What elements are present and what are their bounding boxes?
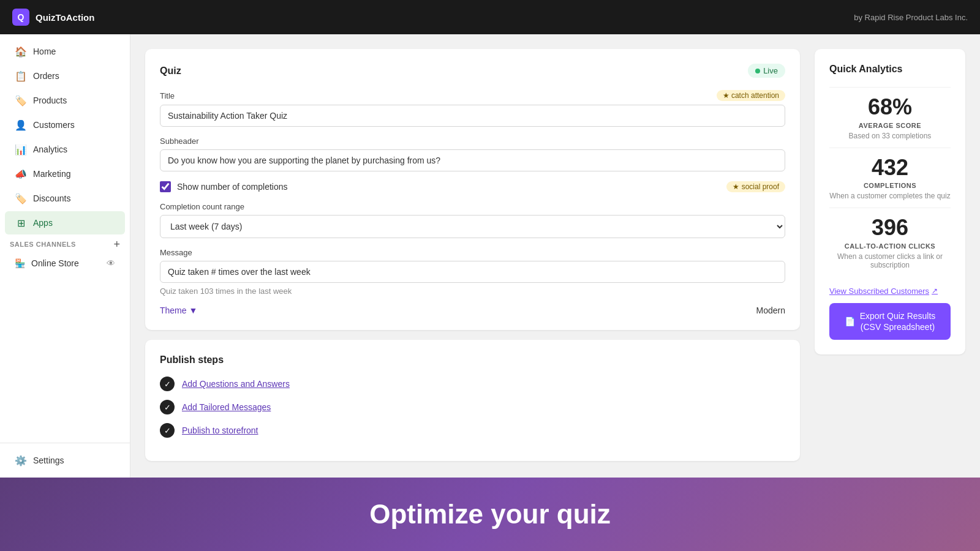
completions-stat: 432 COMPLETIONS When a customer complete… <box>829 148 951 208</box>
external-link-icon: ↗ <box>932 287 938 295</box>
completions-label: COMPLETIONS <box>829 182 951 189</box>
sidebar-item-marketing[interactable]: 📣 Marketing <box>5 162 125 186</box>
title-label-row: Title ★ catch attention <box>160 90 785 101</box>
topbar-logo: Q QuizToAction <box>12 9 94 26</box>
title-group: Title ★ catch attention <box>160 90 785 127</box>
home-icon: 🏠 <box>15 45 27 58</box>
sidebar-item-home[interactable]: 🏠 Home <box>5 40 125 63</box>
average-score-desc: Based on 33 completions <box>829 132 951 140</box>
show-completions-row: Show number of completions ★ social proo… <box>160 181 785 192</box>
discounts-icon: 🏷️ <box>15 192 27 204</box>
sidebar-item-discounts[interactable]: 🏷️ Discounts <box>5 187 125 210</box>
theme-link[interactable]: Theme ▼ <box>160 305 197 315</box>
app-logo-icon: Q <box>12 9 29 26</box>
sidebar-item-products[interactable]: 🏷️ Products <box>5 89 125 112</box>
store-icon: 🏪 <box>15 258 25 268</box>
sidebar-item-orders[interactable]: 📋 Orders <box>5 64 125 88</box>
subheader-label-row: Subheader <box>160 137 785 146</box>
message-input[interactable] <box>160 261 785 283</box>
publish-steps-title: Publish steps <box>160 354 785 365</box>
quiz-card: Quiz Live Title ★ catch attention Subhea… <box>145 49 800 330</box>
export-button[interactable]: 📄 Export Quiz Results (CSV Spreadsheet) <box>829 303 951 340</box>
eye-icon: 👁 <box>107 258 115 268</box>
step-check-questions: ✓ <box>160 377 175 391</box>
sidebar-item-label: Customers <box>33 120 75 130</box>
cta-clicks-label: CALL-TO-ACTION CLICKS <box>829 242 951 250</box>
completions-desc: When a customer completes the quiz <box>829 192 951 200</box>
sidebar-item-label: Products <box>33 96 67 105</box>
sidebar-item-label: Discounts <box>33 193 70 203</box>
show-completions-checkbox[interactable] <box>160 181 171 192</box>
chevron-down-icon: ▼ <box>189 305 198 315</box>
step-link-messages[interactable]: Add Tailored Messages <box>182 402 271 412</box>
completion-range-label-row: Completion count range <box>160 202 785 211</box>
publish-step-messages: ✓ Add Tailored Messages <box>160 400 785 414</box>
add-sales-channel-button[interactable]: + <box>113 239 120 250</box>
orders-icon: 📋 <box>15 70 27 82</box>
average-score-number: 68% <box>829 95 951 119</box>
sidebar-item-label: Orders <box>33 71 59 81</box>
live-badge-label: Live <box>763 66 778 75</box>
step-check-publish: ✓ <box>160 423 175 438</box>
bottom-banner-text: Optimize your quiz <box>369 499 611 530</box>
marketing-icon: 📣 <box>15 168 27 180</box>
social-proof-badge: ★ social proof <box>726 181 785 192</box>
sidebar: 🏠 Home 📋 Orders 🏷️ Products 👤 Customers … <box>0 34 130 478</box>
live-dot <box>755 69 760 73</box>
step-link-questions[interactable]: Add Questions and Answers <box>182 379 290 389</box>
completion-range-select[interactable]: Last week (7 days) Last month (30 days) … <box>160 215 785 238</box>
theme-value: Modern <box>756 305 785 315</box>
subheader-group: Subheader <box>160 137 785 171</box>
step-link-publish[interactable]: Publish to storefront <box>182 425 258 435</box>
sales-channels-label: SALES CHANNELS <box>10 241 76 248</box>
publish-step-publish: ✓ Publish to storefront <box>160 423 785 438</box>
sidebar-item-apps[interactable]: ⊞ Apps <box>5 211 125 234</box>
step-check-messages: ✓ <box>160 400 175 414</box>
title-label: Title <box>160 91 175 100</box>
message-hint: Quiz taken 103 times in the last week <box>160 287 785 296</box>
message-label: Message <box>160 248 192 257</box>
sidebar-item-label: Home <box>33 47 56 56</box>
sidebar-item-customers[interactable]: 👤 Customers <box>5 113 125 137</box>
products-icon: 🏷️ <box>15 94 27 107</box>
cta-clicks-number: 396 <box>829 216 951 240</box>
sidebar-item-online-store[interactable]: 🏪 Online Store 👁 <box>5 253 125 274</box>
apps-icon: ⊞ <box>15 217 27 229</box>
quiz-section-title: Quiz <box>160 66 181 77</box>
analytics-icon: 📊 <box>15 143 27 156</box>
online-store-label: Online Store <box>31 258 79 268</box>
completions-number: 432 <box>829 156 951 180</box>
topbar-byline: by Rapid Rise Product Labs Inc. <box>854 13 968 22</box>
completion-range-label: Completion count range <box>160 202 244 211</box>
export-icon: 📄 <box>845 316 855 327</box>
theme-row: Theme ▼ Modern <box>160 305 785 315</box>
subheader-label: Subheader <box>160 137 199 146</box>
average-score-stat: 68% AVERAGE SCORE Based on 33 completion… <box>829 87 951 148</box>
sidebar-bottom: ⚙️ Settings <box>0 443 130 473</box>
analytics-card: Quick Analytics 68% AVERAGE SCORE Based … <box>815 49 965 354</box>
show-completions-text: Show number of completions <box>177 182 288 192</box>
content-area: Quiz Live Title ★ catch attention Subhea… <box>130 34 815 478</box>
app-name: QuizToAction <box>36 12 94 23</box>
theme-label: Theme <box>160 305 187 315</box>
quiz-card-header: Quiz Live <box>160 64 785 78</box>
cta-clicks-desc: When a customer clicks a link or subscri… <box>829 252 951 269</box>
cta-clicks-stat: 396 CALL-TO-ACTION CLICKS When a custome… <box>829 208 951 277</box>
show-completions-label[interactable]: Show number of completions <box>160 181 288 192</box>
catch-attention-badge: ★ catch attention <box>717 90 785 101</box>
view-customers-label: View Subscribed Customers <box>829 287 929 296</box>
sidebar-item-settings[interactable]: ⚙️ Settings <box>5 449 125 472</box>
sidebar-item-label: Marketing <box>33 169 70 179</box>
right-panel: Quick Analytics 68% AVERAGE SCORE Based … <box>815 34 980 478</box>
bottom-banner: Optimize your quiz <box>0 478 980 551</box>
analytics-title: Quick Analytics <box>829 64 951 75</box>
settings-icon: ⚙️ <box>15 454 27 467</box>
sidebar-item-label: Apps <box>33 218 53 228</box>
subheader-input[interactable] <box>160 149 785 171</box>
view-customers-link[interactable]: View Subscribed Customers ↗ <box>829 287 951 296</box>
sidebar-item-analytics[interactable]: 📊 Analytics <box>5 138 125 161</box>
sidebar-item-label: Analytics <box>33 144 67 154</box>
main-layout: 🏠 Home 📋 Orders 🏷️ Products 👤 Customers … <box>0 34 980 478</box>
title-input[interactable] <box>160 105 785 127</box>
export-button-label: Export Quiz Results (CSV Spreadsheet) <box>860 310 936 332</box>
